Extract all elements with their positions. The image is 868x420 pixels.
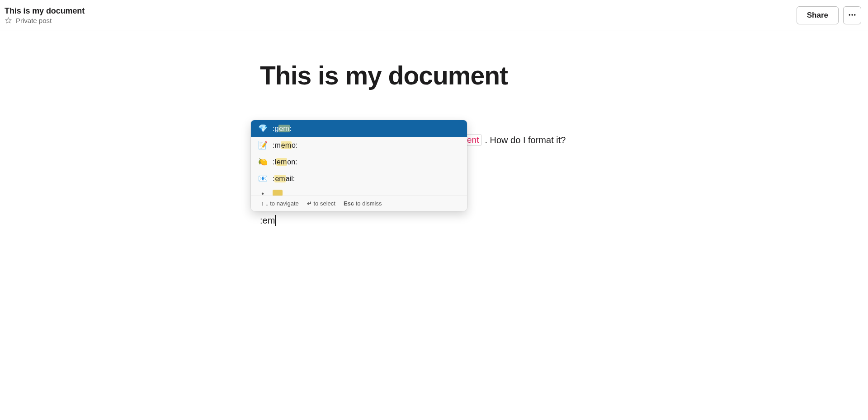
top-actions: Share [797, 6, 861, 24]
up-arrow-icon: ↑ [261, 201, 264, 206]
paragraph-text: . How do I format it? [485, 135, 566, 145]
doc-meta: This is my document Private post [5, 6, 85, 24]
suggest-option-label: :memo: [273, 141, 297, 149]
privacy-label: Private post [16, 17, 52, 24]
svg-point-1 [851, 14, 853, 15]
suggest-option[interactable]: 🍋 :lemon: [251, 154, 467, 170]
bullet-icon: • [258, 190, 267, 196]
suggest-option[interactable]: 💎 :gem: [251, 120, 467, 137]
share-button[interactable]: Share [797, 6, 839, 24]
suggest-option[interactable]: 📝 :memo: [251, 137, 467, 154]
doc-meta-row: Private post [5, 17, 85, 24]
enter-icon: ↵ [307, 201, 312, 206]
suggest-option-label: :email: [273, 175, 295, 183]
editor[interactable]: This is my document ent . How do I forma… [260, 31, 608, 90]
suggest-option[interactable]: 📧 :email: [251, 170, 467, 187]
footer-hint-navigate: ↑ ↓ to navigate [261, 200, 299, 207]
header-doc-title: This is my document [5, 6, 85, 16]
paragraph-tail: ent . How do I format it? [464, 134, 566, 146]
color-swatch-icon [273, 190, 283, 196]
text-caret [275, 215, 276, 226]
svg-point-2 [854, 14, 855, 15]
footer-hint-select: ↵ to select [307, 200, 335, 207]
svg-point-0 [849, 14, 850, 15]
down-arrow-icon: ↓ [265, 201, 269, 206]
ellipsis-icon [848, 10, 857, 21]
emoji-input-text: :em [260, 215, 275, 226]
lemon-icon: 🍋 [258, 158, 267, 167]
suggest-option[interactable]: • [251, 187, 467, 196]
emoji-input[interactable]: :em [260, 215, 276, 226]
emoji-suggest-popup: 💎 :gem: 📝 :memo: 🍋 :lemon: 📧 [251, 120, 467, 211]
star-icon[interactable] [5, 17, 12, 24]
more-button[interactable] [843, 6, 861, 24]
top-bar: This is my document Private post Share [0, 0, 868, 31]
memo-icon: 📝 [258, 141, 267, 150]
suggest-footer: ↑ ↓ to navigate ↵ to select Esc to dismi… [251, 196, 467, 211]
email-icon: 📧 [258, 174, 267, 183]
page-title[interactable]: This is my document [260, 61, 608, 90]
suggest-option-label: :lemon: [273, 158, 297, 166]
suggest-option-label: :gem: [273, 125, 292, 133]
footer-hint-dismiss: Esc to dismiss [344, 200, 382, 207]
gem-icon: 💎 [258, 124, 267, 133]
suggest-list: 💎 :gem: 📝 :memo: 🍋 :lemon: 📧 [251, 120, 467, 196]
